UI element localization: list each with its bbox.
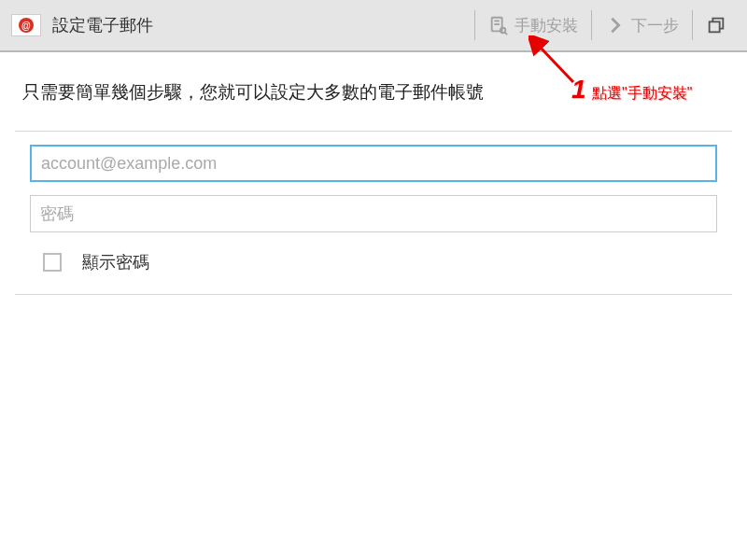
instruction-text: 只需要簡單幾個步驟，您就可以設定大多數的電子郵件帳號 (15, 80, 732, 105)
header-bar: @ 設定電子郵件 手動安裝 下一步 (0, 0, 747, 52)
at-symbol-icon: @ (19, 18, 34, 33)
divider (591, 10, 592, 40)
email-input[interactable] (30, 145, 717, 182)
manual-setup-label: 手動安裝 (514, 15, 578, 36)
window-restore-button[interactable] (697, 0, 736, 50)
show-password-label: 顯示密碼 (82, 251, 149, 273)
password-input[interactable] (30, 195, 717, 232)
password-field-wrap (15, 182, 732, 232)
manual-setup-button[interactable]: 手動安裝 (479, 0, 587, 50)
page-title: 設定電子郵件 (52, 14, 471, 36)
content-area: 只需要簡單幾個步驟，您就可以設定大多數的電子郵件帳號 顯示密碼 (0, 52, 747, 295)
chevron-right-icon (605, 15, 626, 35)
svg-line-4 (505, 33, 507, 35)
next-label: 下一步 (631, 15, 679, 36)
divider (474, 10, 475, 40)
manual-setup-icon (488, 15, 509, 35)
window-restore-icon (706, 15, 726, 35)
email-app-icon: @ (11, 14, 41, 36)
divider-line (15, 294, 732, 295)
email-field-wrap (15, 132, 732, 182)
next-button[interactable]: 下一步 (596, 0, 688, 50)
svg-rect-5 (710, 21, 720, 32)
divider (692, 10, 693, 40)
show-password-row[interactable]: 顯示密碼 (15, 232, 732, 294)
header-actions: 手動安裝 下一步 (471, 0, 736, 50)
show-password-checkbox[interactable] (43, 253, 62, 272)
